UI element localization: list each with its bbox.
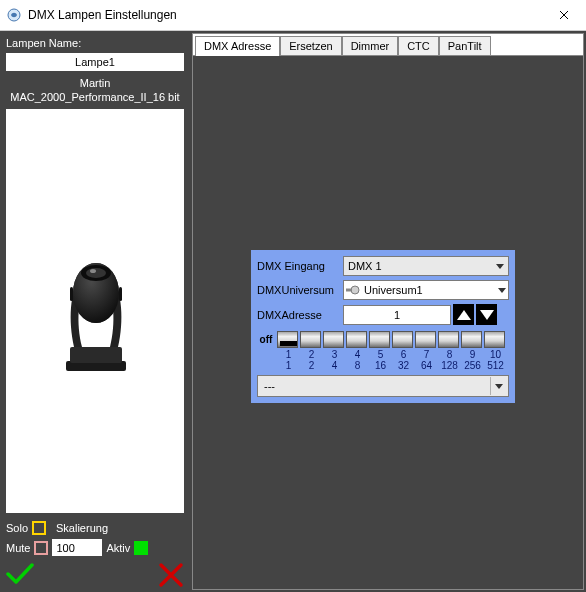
left-panel: Lampen Name: Lampe1 Martin MAC_2000_Perf… [0,31,190,592]
chevron-down-icon [496,264,504,269]
dmx-panel: DMX Eingang DMX 1 DMXUniversum Universum… [250,249,516,404]
triangle-up-icon [457,310,471,320]
dip-num: 1 [286,349,292,360]
dip-val: 8 [355,360,361,371]
chevron-down-icon [495,384,503,389]
dmx-universum-select[interactable]: Universum1 [343,280,509,300]
dmx-eingang-value: DMX 1 [348,260,382,272]
svg-rect-9 [119,287,122,301]
dip-switch-8[interactable] [438,331,459,348]
dip-switch-6[interactable] [392,331,413,348]
dmx-adresse-input[interactable]: 1 [343,305,451,325]
dip-val: 128 [441,360,458,371]
dip-val: 32 [398,360,409,371]
skalierung-label: Skalierung [56,522,108,534]
mute-label: Mute [6,542,30,554]
dip-switch-3[interactable] [323,331,344,348]
lampen-name-input[interactable]: Lampe1 [6,53,184,71]
dip-val: 256 [464,360,481,371]
dmx-preset-select[interactable]: --- [257,375,509,397]
dip-switch-4[interactable] [346,331,367,348]
dip-val: 4 [332,360,338,371]
svg-point-6 [86,268,106,278]
dip-switch-10[interactable] [484,331,505,348]
dmx-adresse-label: DMXAdresse [257,309,343,321]
dip-switch-2[interactable] [300,331,321,348]
tab-dimmer[interactable]: Dimmer [342,36,399,56]
tab-strip: DMX Adresse Ersetzen Dimmer CTC PanTilt [192,33,584,55]
tab-body: DMX Eingang DMX 1 DMXUniversum Universum… [192,55,584,590]
dmx-universum-value: Universum1 [364,284,494,296]
title-bar: DMX Lampen Einstellungen [0,0,586,31]
solo-checkbox[interactable] [32,521,46,535]
dip-val: 64 [421,360,432,371]
dip-val: 2 [309,360,315,371]
dip-num: 9 [470,349,476,360]
dip-val: 512 [487,360,504,371]
triangle-down-icon [480,310,494,320]
dip-switch-5[interactable] [369,331,390,348]
dip-switch-row: off [257,331,509,348]
dmx-preset-value: --- [264,380,275,392]
dip-num: 5 [378,349,384,360]
dmx-eingang-select[interactable]: DMX 1 [343,256,509,276]
chevron-down-icon [498,288,506,293]
fixture-brand: Martin [0,77,190,89]
plug-icon [346,285,360,295]
close-button[interactable] [541,0,586,30]
ok-button[interactable] [6,562,34,590]
app-icon [6,7,22,23]
tab-pantilt[interactable]: PanTilt [439,36,491,56]
fixture-preview [6,109,184,513]
aktiv-checkbox[interactable] [134,541,148,555]
tab-ctc[interactable]: CTC [398,36,439,56]
dip-num: 4 [355,349,361,360]
solo-label: Solo [6,522,28,534]
dip-switch-1[interactable] [277,331,298,348]
dip-num: 6 [401,349,407,360]
scale-input[interactable] [52,539,102,556]
lampen-name-label: Lampen Name: [0,35,190,53]
svg-point-10 [351,286,359,294]
dmx-eingang-label: DMX Eingang [257,260,343,272]
adresse-down-button[interactable] [476,304,497,325]
tab-ersetzen[interactable]: Ersetzen [280,36,341,56]
mute-checkbox[interactable] [34,541,48,555]
dmx-universum-label: DMXUniversum [257,284,343,296]
cancel-button[interactable] [158,562,184,590]
fixture-image [48,241,143,381]
dip-val: 16 [375,360,386,371]
dip-switch-7[interactable] [415,331,436,348]
dip-switch-9[interactable] [461,331,482,348]
svg-rect-2 [70,347,122,363]
svg-rect-8 [70,287,73,301]
svg-point-7 [90,269,96,273]
dip-num: 2 [309,349,315,360]
svg-rect-11 [346,289,352,292]
tab-dmx-adresse[interactable]: DMX Adresse [195,36,280,56]
dip-num: 3 [332,349,338,360]
right-panel: DMX Adresse Ersetzen Dimmer CTC PanTilt … [190,31,586,592]
adresse-up-button[interactable] [453,304,474,325]
fixture-model: MAC_2000_Performance_II_16 bit [0,91,190,109]
dip-num: 7 [424,349,430,360]
window-title: DMX Lampen Einstellungen [28,8,541,22]
dip-off-label: off [257,334,275,345]
dip-val: 1 [286,360,292,371]
dip-num: 10 [490,349,501,360]
dip-num: 8 [447,349,453,360]
aktiv-label: Aktiv [106,542,130,554]
